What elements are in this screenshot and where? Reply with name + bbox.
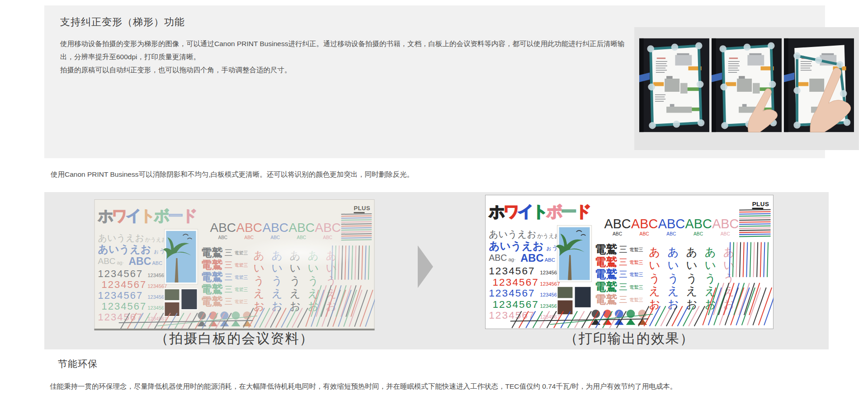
svg-text:1234567: 1234567 [492,277,539,288]
eco-section-paragraph: 佳能秉持一贯的环保理念，尽量降低机器使用时的能源消耗，在大幅降低待机耗电同时，有… [50,382,677,391]
svg-text:1234567: 1234567 [540,281,560,287]
svg-text:ト: ト [532,202,548,220]
svg-text:ABC: ABC [693,231,703,236]
svg-text:1234567: 1234567 [540,314,560,320]
svg-text:1234567: 1234567 [492,299,539,310]
svg-text:い: い [649,259,660,271]
svg-text:ABC: ABC [631,217,658,231]
correction-section-title: 支持纠正变形（梯形）功能 [60,15,185,29]
whiteboard-photo-image: ホワイトボードあいうえおかうえおあいうえおぉうえぉABCag·ABCABC123… [94,199,375,330]
svg-text:電鷲三: 電鷲三 [629,285,643,290]
svg-text:う: う [649,272,660,284]
svg-text:ABC: ABC [489,253,507,263]
svg-text:ABC: ABC [640,231,650,236]
whiteboard-intro-text: 使用Canon PRINT Business可以消除阴影和不均匀,白板模式更清晰… [51,170,414,179]
svg-text:ABC: ABC [685,217,712,231]
svg-text:ag·: ag· [508,257,515,262]
svg-text:え: え [686,285,698,297]
svg-text:イ: イ [518,202,534,220]
svg-text:三: 三 [619,245,627,254]
svg-text:あ: あ [686,246,698,258]
svg-text:電鷲: 電鷲 [595,268,618,280]
paragraph-line: 出，分辨率提升至600dpi，打印质量更清晰。 [60,50,624,63]
svg-text:電鷲: 電鷲 [595,243,618,255]
whiteboard-print-image: ホワイトボードあいうえおかうえおあいうえおぉうえぉABCag·ABCABC123… [485,195,774,329]
svg-text:あ: あ [649,246,660,258]
svg-text:PLUS: PLUS [752,201,769,207]
svg-text:あいうえお: あいうえお [489,240,543,252]
svg-text:ABC: ABC [721,231,731,236]
svg-text:電鷲: 電鷲 [595,256,618,268]
svg-text:え: え [667,285,679,297]
svg-text:三: 三 [619,295,627,304]
eco-section-title: 节能环保 [58,358,98,370]
svg-text:ワ: ワ [503,202,519,220]
svg-text:あいうえお: あいうえお [489,229,536,240]
svg-text:ABC: ABC [604,217,631,231]
arrow-right-icon [418,245,433,288]
correction-step-3-image [784,37,854,133]
svg-text:う: う [686,272,698,284]
svg-text:い: い [705,259,716,271]
svg-text:かうえお: かうえお [537,233,560,239]
svg-text:い: い [667,259,679,271]
svg-text:ABC: ABC [545,258,555,263]
caption-print-output: （打印输出的效果） [485,330,774,348]
svg-text:ABC: ABC [520,253,543,264]
svg-text:ド: ド [576,202,592,220]
svg-text:ABC: ABC [658,217,685,231]
svg-text:あ: あ [667,246,679,258]
correction-step-1-image [639,37,709,133]
svg-text:い: い [686,259,698,271]
svg-text:1234567: 1234567 [489,265,535,277]
svg-text:三: 三 [619,269,627,279]
svg-text:お: お [667,298,679,310]
svg-text:え: え [649,285,660,297]
svg-text:三: 三 [619,257,627,267]
svg-text:う: う [667,272,679,284]
svg-text:ABC: ABC [666,231,676,236]
svg-text:電鷲: 電鷲 [595,281,618,293]
svg-text:お: お [686,298,698,310]
svg-text:電鷲三: 電鷲三 [629,247,643,252]
svg-text:ABC: ABC [712,217,739,231]
svg-text:電鷲三: 電鷲三 [629,260,643,265]
caption-whiteboard-photo: （拍摄白板的会议资料） [94,330,375,348]
svg-text:1234567: 1234567 [489,287,535,299]
svg-text:電鷲三: 電鷲三 [629,297,643,302]
svg-text:電鷲三: 電鷲三 [629,272,643,277]
correction-steps-image [634,27,859,150]
paragraph-line: 拍摄的原稿可以自动纠正变形，也可以拖动四个角，手动调整合适的尺寸。 [60,63,624,76]
correction-step-2-image [712,37,782,133]
svg-text:電鷲: 電鷲 [595,293,618,306]
svg-text:う: う [705,272,716,284]
svg-text:1234567: 1234567 [540,270,560,275]
svg-text:ホ: ホ [489,202,505,220]
paragraph-line: 使用移动设备拍摄的变形为梯形的图像，可以通过Canon PRINT Busine… [60,37,624,50]
correction-section-paragraph: 使用移动设备拍摄的变形为梯形的图像，可以通过Canon PRINT Busine… [60,37,624,76]
svg-text:ボ: ボ [547,202,563,220]
svg-text:三: 三 [619,282,627,292]
svg-text:あ: あ [705,246,716,258]
svg-text:ー: ー [561,202,577,220]
product-feature-page: 支持纠正变形（梯形）功能 使用移动设备拍摄的变形为梯形的图像，可以通过Canon… [0,0,868,405]
svg-text:ABC: ABC [613,231,623,236]
